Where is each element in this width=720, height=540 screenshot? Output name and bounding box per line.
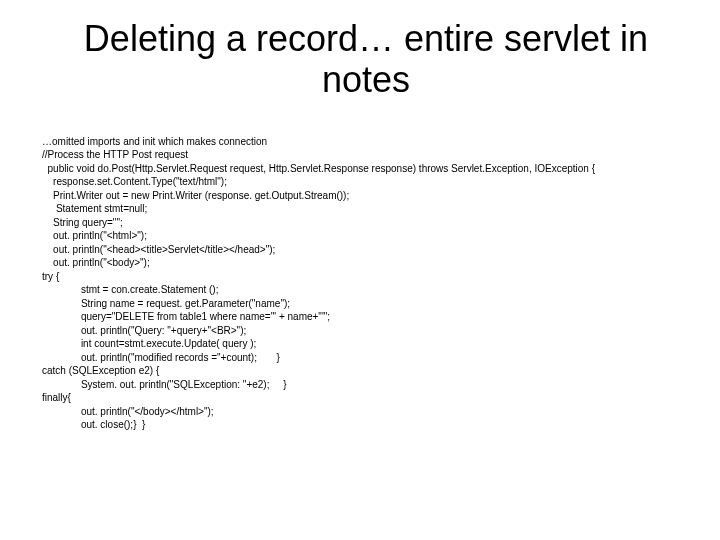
slide: Deleting a record… entire servlet in not… bbox=[0, 0, 720, 540]
slide-title: Deleting a record… entire servlet in not… bbox=[42, 18, 690, 101]
code-block: …omitted imports and init which makes co… bbox=[42, 135, 690, 432]
